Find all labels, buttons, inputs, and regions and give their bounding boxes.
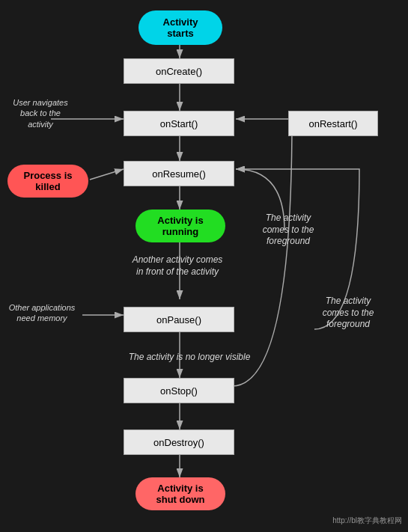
foreground-text-1: The activity comes to the foreground xyxy=(263,213,314,246)
on-restart-node: onRestart() xyxy=(288,111,378,136)
on-start-label: onStart() xyxy=(160,118,198,129)
watermark: http://bl教字典教程网 xyxy=(332,516,402,526)
user-navigates-label: User navigates back to the activity xyxy=(3,97,78,129)
another-activity-label: Another activity comes in front of the a… xyxy=(118,254,237,278)
other-apps-label: Other applications need memory xyxy=(3,302,81,324)
not-visible-label: The activity is no longer visible xyxy=(111,352,268,364)
on-pause-node: onPause() xyxy=(124,307,234,332)
process-killed-node: Process is killed xyxy=(7,165,88,198)
on-stop-node: onStop() xyxy=(124,378,234,403)
activity-starts-label: Activity starts xyxy=(163,16,198,39)
activity-starts-node: Activity starts xyxy=(138,10,222,45)
another-activity-text: Another activity comes in front of the a… xyxy=(133,254,223,277)
on-restart-label: onRestart() xyxy=(308,118,357,129)
process-killed-label: Process is killed xyxy=(23,170,72,192)
on-pause-label: onPause() xyxy=(156,314,201,325)
on-destroy-node: onDestroy() xyxy=(124,429,234,455)
on-resume-node: onResume() xyxy=(124,161,234,186)
activity-running-label: Activity is running xyxy=(157,215,203,237)
foreground-label-1: The activity comes to the foreground xyxy=(251,213,326,248)
on-start-node: onStart() xyxy=(124,111,234,136)
lifecycle-diagram: Activity starts onCreate() User navigate… xyxy=(0,0,408,532)
user-navigates-text: User navigates back to the activity xyxy=(13,97,67,129)
activity-shutdown-label: Activity is shut down xyxy=(156,483,205,505)
on-create-label: onCreate() xyxy=(156,66,202,77)
foreground-text-2: The activity comes to the foreground xyxy=(323,296,374,329)
activity-running-node: Activity is running xyxy=(136,210,225,242)
on-destroy-label: onDestroy() xyxy=(153,437,204,448)
on-stop-label: onStop() xyxy=(160,385,198,397)
other-apps-text: Other applications need memory xyxy=(9,303,76,322)
not-visible-text: The activity is no longer visible xyxy=(129,352,251,362)
on-resume-label: onResume() xyxy=(152,168,206,180)
activity-shutdown-node: Activity is shut down xyxy=(136,477,225,510)
on-create-node: onCreate() xyxy=(124,58,234,84)
foreground-label-2: The activity comes to the foreground xyxy=(307,296,389,331)
